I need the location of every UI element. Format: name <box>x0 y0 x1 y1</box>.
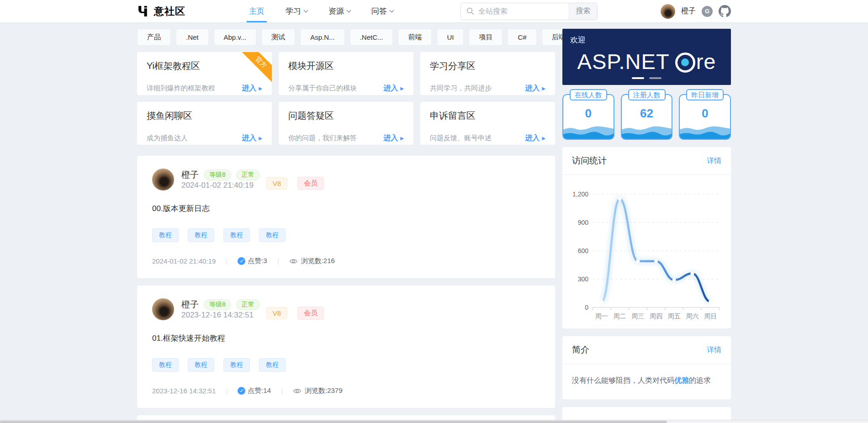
svg-text:周六: 周六 <box>686 312 699 320</box>
tag-filter-button[interactable]: 前端 <box>398 29 432 46</box>
post-title[interactable]: 00.版本更新日志 <box>152 203 540 214</box>
enter-link[interactable]: 进入 <box>242 133 262 143</box>
nav-item-resource[interactable]: 资源 <box>318 0 361 22</box>
tag-filter-button[interactable]: .NetC... <box>350 29 393 46</box>
enter-link[interactable]: 进入 <box>525 133 545 143</box>
member-badge: 会员 <box>297 307 324 320</box>
section-grid: Yi框架教程区 详细到爆炸的框架教程 进入 官方 模块开源区 分享属于你自己的模… <box>137 52 555 145</box>
svg-text:周一: 周一 <box>595 312 608 320</box>
main-column: 产品 .Net Abp.v... 测试 Asp.N... .NetC... 前端… <box>137 29 555 423</box>
post-title[interactable]: 01.框架快速开始教程 <box>152 333 540 344</box>
likes: 点赞:3 <box>238 257 267 265</box>
brand-name: 意社区 <box>154 5 185 18</box>
details-link[interactable]: 详情 <box>707 345 721 355</box>
section-card-chat[interactable]: 摸鱼闲聊区 成为捕鱼达人 进入 <box>137 102 272 145</box>
brand[interactable]: 意社区 <box>137 5 185 18</box>
post-datetime: 2024-01-02 21:40:19 <box>181 181 260 190</box>
post-tag: 教程 <box>223 358 250 372</box>
intro-text: 没有什么能够阻挡，人类对代码优雅的追求 <box>562 364 731 399</box>
carousel-dot[interactable] <box>649 77 662 79</box>
svg-text:周三: 周三 <box>631 312 644 320</box>
svg-text:周四: 周四 <box>650 312 662 320</box>
user-area: 橙子 <box>661 4 731 19</box>
user-avatar[interactable] <box>661 4 675 19</box>
section-title: 申诉留言区 <box>430 110 545 122</box>
enter-link[interactable]: 进入 <box>383 84 404 93</box>
yi-logo-icon <box>137 5 149 17</box>
intro-highlight-link[interactable]: 优雅 <box>674 376 689 384</box>
panel-title: 访问统计 <box>572 155 607 167</box>
tag-filter-button[interactable]: Asp.N... <box>300 29 344 46</box>
stat-card-online: 在线人数 0 <box>562 94 614 140</box>
details-link[interactable]: 详情 <box>707 156 721 166</box>
section-card-opensource[interactable]: 模块开源区 分享属于你自己的模块 进入 <box>279 52 413 95</box>
stat-value: 0 <box>702 106 708 121</box>
section-card-question[interactable]: 问题答疑区 你的问题，我们来解答 进入 <box>279 102 413 145</box>
member-badge: 会员 <box>297 177 324 190</box>
page-body: 产品 .Net Abp.v... 测试 Asp.N... .NetC... 前端… <box>137 22 731 423</box>
status-badge: 正常 <box>236 169 260 180</box>
tag-filter-button[interactable]: .Net <box>176 29 209 46</box>
views-count: 浏览数:2379 <box>305 386 343 395</box>
post-author[interactable]: 橙子 <box>181 299 199 311</box>
level-badge: 等级8 <box>204 299 231 310</box>
post-footer-time: 2024-01-02 21:40:19 <box>152 257 216 265</box>
stat-card-registered: 注册人数 62 <box>621 94 673 140</box>
wave-decoration <box>622 123 672 139</box>
wave-decoration <box>680 123 730 139</box>
vip-badge: V8 <box>266 177 287 190</box>
gitee-icon[interactable] <box>702 6 713 17</box>
scrollbar-thumb[interactable] <box>0 421 667 423</box>
tag-filter-button[interactable]: Abp.v... <box>214 29 257 46</box>
chevron-down-icon <box>304 8 308 13</box>
post-card[interactable]: 橙子 等级8 正常 2024-01-02 21:40:19 V8 会员 00.版… <box>137 156 555 278</box>
welcome-banner-carousel[interactable]: 欢迎 ASP.NET re <box>562 29 731 85</box>
visit-stats-panel: 访问统计 详情 03006009001,200周一周二周三周四周五周六周日 <box>562 147 731 328</box>
nav-item-learn[interactable]: 学习 <box>275 0 318 22</box>
section-title: 问题答疑区 <box>288 110 404 122</box>
horizontal-scrollbar[interactable] <box>0 420 868 423</box>
tag-filter-button[interactable]: 测试 <box>261 29 295 46</box>
search-button[interactable]: 搜索 <box>569 3 597 20</box>
tag-filter-button[interactable]: C# <box>508 29 536 46</box>
stat-label: 昨日新增 <box>686 89 724 100</box>
post-tag: 教程 <box>152 228 179 242</box>
section-desc: 详细到爆炸的框架教程 <box>147 84 215 93</box>
search-input[interactable] <box>478 7 563 16</box>
avatar[interactable] <box>152 298 174 320</box>
section-desc: 问题反馈、账号申述 <box>430 134 492 143</box>
svg-text:900: 900 <box>577 219 588 226</box>
section-title: 学习分享区 <box>430 60 545 72</box>
tag-filter-button[interactable]: 产品 <box>137 29 171 46</box>
section-card-appeal[interactable]: 申诉留言区 问题反馈、账号申述 进入 <box>420 102 555 145</box>
enter-link[interactable]: 进入 <box>383 133 404 143</box>
github-icon[interactable] <box>719 5 731 17</box>
enter-link[interactable]: 进入 <box>525 84 545 93</box>
post-author[interactable]: 橙子 <box>181 169 199 181</box>
svg-text:周二: 周二 <box>613 312 626 320</box>
stat-value: 0 <box>585 106 592 121</box>
nav-item-qa[interactable]: 问答 <box>361 0 404 22</box>
section-card-learning[interactable]: 学习分享区 共同学习，共同进步 进入 <box>420 52 555 95</box>
post-card[interactable]: 橙子 等级8 正常 2023-12-16 14:32:51 V8 会员 01.框… <box>137 286 555 408</box>
carousel-dot[interactable] <box>632 77 644 79</box>
tag-filter-button[interactable]: UI <box>437 29 464 46</box>
chevron-down-icon <box>390 8 394 13</box>
eye-icon <box>293 388 302 394</box>
status-badge: 正常 <box>236 299 260 310</box>
like-check-icon <box>238 257 245 265</box>
stat-value: 62 <box>640 106 653 121</box>
section-card-tutorial[interactable]: Yi框架教程区 详细到爆炸的框架教程 进入 官方 <box>137 52 272 95</box>
nav-item-home[interactable]: 主页 <box>238 0 275 22</box>
user-name[interactable]: 橙子 <box>681 6 696 16</box>
section-desc: 你的问题，我们来解答 <box>288 134 357 143</box>
enter-link[interactable]: 进入 <box>242 84 262 93</box>
nav-item-label: 资源 <box>328 6 344 16</box>
section-desc: 共同学习，共同进步 <box>430 84 492 93</box>
tag-filter-button[interactable]: 项目 <box>469 29 503 46</box>
tag-filter-bar: 产品 .Net Abp.v... 测试 Asp.N... .NetC... 前端… <box>137 29 555 46</box>
banner-welcome-label: 欢迎 <box>570 35 586 45</box>
avatar[interactable] <box>152 169 174 190</box>
svg-text:300: 300 <box>577 275 588 283</box>
like-check-icon <box>238 387 245 395</box>
